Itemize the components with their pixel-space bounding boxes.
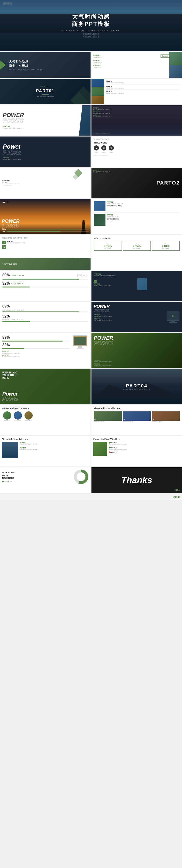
slide-2a: 大气时尚动感 商务PPT模板 PLEASE ADD YOUR TITLE HER… [0, 52, 90, 78]
slide11b-points: POINTS [94, 341, 180, 346]
slide5a-desc3: PLEASE ADD YOUR TITLE HERE [93, 116, 180, 118]
slide7a-points: POINTS [2, 223, 20, 228]
slide5b-small: PLEASE ADD YOUR TITLE HERE [3, 159, 21, 160]
content-badge: Content [160, 55, 169, 58]
slide2b-part2: PART02 [93, 59, 167, 62]
slide14b-part3: PART03 [111, 452, 118, 453]
slide3b-part1: PART01 [106, 81, 181, 82]
slide9b-part1: PART01 [94, 273, 180, 275]
slide-8b: YOUR TITLE HERE + +85% Add your title + … [92, 235, 182, 270]
slide-4a: POWER POINTS PART01 PLEASE ADD YOUR TITL… [0, 105, 90, 135]
slide2b-part3-sub: TITLE HERE [93, 66, 167, 68]
slide12a-power: Power [2, 391, 88, 397]
slide7b-title: YOUR TITLE HERE [107, 205, 125, 207]
stat3-label: Add your title [153, 248, 178, 249]
slide15a-label3: TITLE HERE [2, 477, 72, 479]
slide-14b: Please Add Your Title Here PART01 PLEASE… [92, 436, 182, 466]
slide-4b: PART01 PLEASE ADD YOUR TITLE HERE PART02… [92, 105, 182, 135]
slide13a-title: Please Add Your Title Here [2, 407, 88, 409]
slide7a-pct1: 85% [2, 228, 6, 230]
slide6b-part-label: PARTO2 [157, 180, 180, 186]
slide11a-desc1: PLEASE ADD YOUR TITLE HERE [2, 352, 70, 354]
slide8a-part: PART01 [7, 241, 25, 242]
stat3: +40% [153, 244, 178, 248]
slide2b-part1: PART01 [93, 55, 167, 57]
slide8b-title: YOUR TITLE HERE [94, 237, 180, 239]
slide15a-label: PLEASE ADD [2, 471, 72, 474]
slide-12a: PLEASE ADD YOUR TITLE HERE Power Points [0, 369, 90, 404]
slide-hero: LOGO 大气时尚动感 商务PPT模板 PLEASE ADD YOUR TITL… [0, 0, 182, 51]
slide10a-label1: PLEASE ADD YOUR TITLE HERE [2, 309, 88, 311]
slide5a-part3: PART03 [93, 115, 180, 116]
slide2a-title: 大气时尚动感 [9, 60, 43, 64]
slide11b-part1: PART01 [94, 360, 180, 361]
slide11b-part2: PART02 [94, 363, 180, 365]
thanks-text: Thanks [121, 475, 152, 485]
slide14a-part1: PART01 [20, 442, 37, 443]
slide10a-pct2: 32% [2, 314, 10, 318]
slide11b-desc1: PLEASE ADD YOUR TITLE HERE [94, 361, 180, 363]
slide3b-p2desc: PLEASE ADD YOUR TITLE HERE [106, 87, 181, 89]
slide9a-pct1: 89% [2, 273, 10, 277]
slide-6b: PARTO2 PART01 PLEASE ADD YOUR TITLE HERE [92, 168, 182, 198]
slide11b-desc2: PLEASE ADD YOUR TITLE HERE [94, 365, 180, 366]
slide4-points: POINTS [3, 118, 76, 123]
slide7a-pct2: 65% [2, 230, 6, 233]
slide9b-part2: PART02 [94, 283, 136, 285]
slide11b-power: POWER [94, 336, 180, 341]
slide5b-power: Power [3, 144, 21, 150]
slide9a-plus: + [77, 278, 88, 282]
slide3a-main: PART01 [36, 89, 55, 93]
slide2b-part2-sub: TITLE HERE [93, 62, 167, 63]
slide9a-part: PART [77, 273, 88, 278]
slide11a-desc2: PLEASE ADD YOUR TITLE HERE [2, 356, 70, 358]
monitor-text: 85 [172, 315, 174, 317]
slide3b-p1desc: PLEASE ADD YOUR TITLE HERE [106, 82, 181, 84]
slide10b-power: POWER [94, 304, 163, 308]
stat2: +85% [124, 244, 149, 248]
slide-15b: Thanks 4181 [92, 467, 182, 493]
slide-7b: PART01 PLEASE ADD YOUR TITLE HERE YOUR T… [92, 199, 182, 234]
slide7a-part: PARTO1 [2, 201, 9, 204]
slide5a-part1: PART01 [93, 107, 180, 109]
slide7b-desc1: PLEASE ADD YOUR TITLE HERE [107, 203, 125, 204]
slide11a-pct1: 89% [2, 336, 10, 340]
cloud-icon: ☁ [94, 145, 99, 151]
slide9a-pct2: 32% [2, 281, 10, 286]
slide14a-desc: PLEASE ADD YOUR TITLE HERE [20, 443, 37, 445]
slide-8a: PLEASE ADD YOUR TITLE HERE ≡ ◈ PART01 PL… [0, 235, 90, 270]
hero-title-line1: 大气时尚动感 [61, 13, 121, 20]
slide14b-title: Please Add Your Title Here [93, 438, 180, 440]
slide-12b: PART04 PLEASE ADD YOUR TITLE [92, 369, 182, 404]
wechat-icon: ◉ [101, 145, 106, 151]
slide14b-part1: PART01 [111, 442, 118, 443]
slide11a-pct2: 32% [2, 343, 10, 347]
slide10a-label2: PLEASE ADD YOUR TITLE HERE [2, 319, 88, 320]
slide14b-desc1: PLEASE ADD YOUR TITLE HERE [109, 444, 180, 446]
slide2b-part1-sub: TITLE HERE [93, 57, 167, 58]
slide8a-part-desc: PLEASE ADD YOUR TITLE HERE [7, 242, 25, 244]
hero-title-line2: 商务PPT模板 [61, 21, 121, 28]
slide3a-label: PART01 [36, 86, 55, 88]
stat1-label: Add your title [95, 248, 121, 249]
slide6b-part1-label: PART01 [93, 169, 111, 171]
slide-9a: 89% PLEASE ADD TITLE 32% PLEASE ADD TITL… [0, 271, 90, 301]
slide5b-label: PART01 [3, 157, 21, 159]
slide2a-title2: 商务PPT模板 [9, 64, 43, 68]
slide6b-desc: PLEASE ADD YOUR TITLE HERE [2, 183, 88, 184]
slide4-small: PLEASE ADD YOUR TITLE HERE [3, 127, 76, 129]
slide-3a: PART01 PART01 请在这里输入您的标题内容 [0, 79, 90, 104]
slide11a-part2: PART02 [2, 354, 70, 356]
slide12a-label3: HERE [2, 376, 17, 379]
slide-2b: PART01 TITLE HERE PART02 TITLE HERE PART… [92, 52, 182, 78]
slide5b-points: Points [3, 150, 21, 156]
slide12b-part: PART04 [123, 383, 150, 389]
slide7a-power: POWER [2, 219, 20, 223]
slide-13b: Please Add Your Title Here 01 YOUR TITLE… [92, 405, 182, 435]
icon-1: ≡ [2, 241, 6, 244]
slide6b-desc-sm: PLEASE ADD YOUR TITLE HERE [93, 171, 111, 173]
slide-7a: PARTO1 POWER POINTS 85% 65% [0, 199, 90, 234]
slide5a-desc1: PLEASE ADD YOUR TITLE HERE [93, 109, 180, 110]
slide10b-desc2: PLEASE ADD YOUR TITLE HERE [94, 319, 163, 321]
slide6a-title: TITLE HERE [94, 142, 180, 144]
